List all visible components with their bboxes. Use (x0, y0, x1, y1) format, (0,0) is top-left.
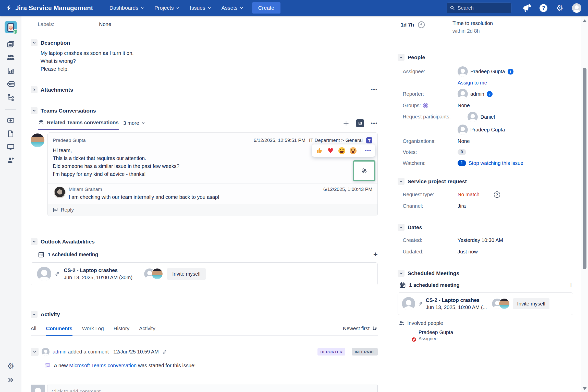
collapse-meetings-icon[interactable] (398, 270, 405, 277)
collapse-people-icon[interactable] (398, 54, 405, 61)
monitor-icon[interactable] (6, 142, 15, 152)
search-input[interactable] (457, 5, 508, 11)
participant-name[interactable]: Pradeep Gupta (470, 127, 505, 133)
heart-reaction[interactable]: ♥ (327, 147, 334, 154)
project-settings-gear-icon[interactable]: ⚙ (7, 362, 14, 370)
stop-watching-link[interactable]: Stop watching this issue (469, 160, 523, 166)
conversation-more-icon[interactable]: ••• (371, 120, 378, 126)
queues-icon[interactable] (6, 40, 15, 49)
open-in-teams-icon[interactable] (356, 119, 364, 127)
tab-comments[interactable]: Comments (46, 326, 72, 336)
invite-myself-button[interactable]: Invite myself (167, 268, 206, 280)
add-panel-icon[interactable] (6, 116, 15, 125)
collapse-comment-icon[interactable] (31, 348, 39, 356)
reports-icon[interactable] (6, 66, 15, 76)
miriam-avatar[interactable] (54, 187, 66, 198)
organizations-value: None (458, 138, 470, 144)
request-type-help-icon[interactable]: ? (494, 191, 500, 198)
document-icon[interactable] (6, 129, 15, 138)
menu-dashboards[interactable]: Dashboards (109, 5, 144, 11)
link-icon[interactable] (418, 301, 423, 307)
teams-conversation-link[interactable]: Microsoft Teams conversation (69, 363, 137, 368)
project-avatar[interactable] (5, 21, 17, 33)
clock-icon[interactable] (417, 20, 426, 29)
scrollbar-up-arrow[interactable] (583, 19, 587, 22)
rb-meeting-title[interactable]: CS-2 - Laptop crashes (426, 297, 487, 303)
search-box[interactable] (447, 3, 511, 13)
sort-order-button[interactable]: Newest first (343, 325, 378, 335)
add-comment-input[interactable] (47, 385, 378, 392)
add-conversation-icon[interactable] (343, 120, 349, 127)
announcements-icon[interactable] (522, 3, 531, 13)
menu-issues[interactable]: Issues (190, 5, 211, 11)
attachments-more-icon[interactable]: ••• (371, 87, 378, 93)
labels-value[interactable]: None (99, 21, 111, 27)
thumbs-up-reaction[interactable] (316, 147, 323, 154)
message-channel[interactable]: IT Department > General (309, 138, 363, 143)
project-avatar-face (9, 26, 13, 30)
collapse-activity-icon[interactable] (31, 311, 38, 318)
collapse-description-icon[interactable] (31, 39, 38, 46)
tab-all[interactable]: All (31, 326, 36, 336)
meeting-card[interactable]: CS-2 - Laptop crashes Jun 13, 2025, 10:0… (31, 262, 378, 285)
link-icon[interactable] (54, 271, 60, 277)
conversation-card: Pradeep Gupta 6/12/2025, 12:59:51 PM IT … (47, 132, 378, 216)
assignee-name[interactable]: Pradeep Gupta (470, 69, 505, 75)
collapse-outlook-icon[interactable] (31, 238, 38, 245)
permalink-icon[interactable] (162, 349, 167, 355)
page-scrollbar[interactable] (581, 16, 588, 392)
menu-projects[interactable]: Projects (154, 5, 180, 11)
expand-attachments-icon[interactable] (31, 86, 38, 93)
customers-icon[interactable] (6, 53, 15, 62)
app-logo[interactable]: Jira Service Management (6, 4, 93, 12)
create-button[interactable]: Create (252, 2, 280, 14)
expand-sidebar-icon[interactable] (7, 377, 15, 383)
more-reactions-icon[interactable]: ••• (365, 148, 371, 153)
laughing-reaction[interactable] (338, 147, 345, 154)
hierarchy-icon[interactable] (6, 93, 15, 102)
user-avatar[interactable] (572, 3, 581, 13)
participant-avatar (468, 112, 478, 122)
invite-person-icon[interactable] (6, 156, 15, 165)
assign-to-me-link[interactable]: Assign to me (458, 80, 487, 86)
meeting-title[interactable]: CS-2 - Laptop crashes (64, 267, 132, 273)
comment-author-link[interactable]: admin (53, 349, 66, 354)
tab-activity[interactable]: Activity (139, 326, 155, 336)
tab-work-log[interactable]: Work Log (82, 326, 104, 336)
involved-person-name[interactable]: Pradeep Gupta (419, 329, 453, 335)
info-icon[interactable]: i (487, 91, 493, 97)
outlook-title: Outlook Availabilities (41, 239, 95, 245)
surprised-reaction[interactable] (349, 147, 357, 154)
scrollbar-thumb[interactable] (583, 68, 586, 269)
participant-row: Pradeep Gupta (458, 125, 505, 135)
scrollbar-down-arrow[interactable] (583, 387, 587, 390)
unlink-conversation-button[interactable] (353, 160, 375, 181)
watchers-count[interactable]: 1 (458, 160, 466, 166)
collapse-dates-icon[interactable] (398, 224, 405, 231)
tab-history[interactable]: History (114, 326, 129, 336)
info-icon[interactable]: i (508, 69, 513, 75)
participant-name[interactable]: Daniel (480, 114, 495, 120)
collapse-teams-icon[interactable] (31, 107, 38, 114)
help-icon[interactable]: ? (540, 4, 547, 12)
menu-assets[interactable]: Assets (222, 5, 243, 11)
rb-meeting-card[interactable]: CS-2 - Laptop crashes Jun 13, 2025, 10:0… (398, 292, 573, 315)
reporter-name[interactable]: admin (470, 91, 484, 97)
description-body[interactable]: My laptop crashes as soon as I turn it o… (41, 49, 378, 73)
rb-invite-myself-button[interactable]: Invite myself (513, 298, 549, 309)
collapse-request-icon[interactable] (398, 178, 405, 185)
pradeep-avatar[interactable] (31, 133, 44, 147)
attendee-avatars (144, 268, 163, 280)
tab-related-teams-conversations[interactable]: Related Teams conversations (38, 119, 119, 130)
teams-logo-icon[interactable]: T (366, 137, 372, 143)
add-meeting-icon[interactable]: + (373, 251, 378, 258)
votes-count[interactable]: 0 (458, 149, 466, 155)
knowledge-base-icon[interactable] (6, 80, 15, 89)
comment-header-row: admin added a comment - 12/Jun/25 10:59 … (31, 348, 378, 356)
rb-add-meeting-icon[interactable]: + (569, 281, 573, 289)
message-author[interactable]: Pradeep Gupta (53, 138, 86, 143)
reply-button[interactable]: Reply (48, 204, 377, 216)
settings-gear-icon[interactable]: ⚙ (556, 4, 563, 12)
reply-author[interactable]: Miriam Graham (69, 187, 102, 192)
more-conversations-dropdown[interactable]: 3 more (123, 120, 145, 129)
